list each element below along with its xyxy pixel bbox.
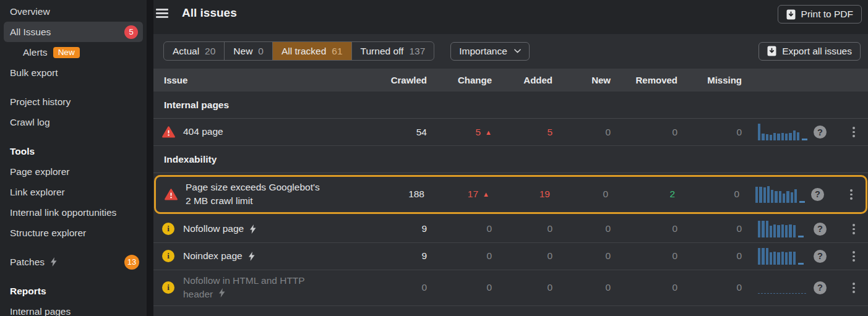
dropdown-label: Importance xyxy=(459,46,507,57)
tab-label: Turned off xyxy=(361,46,404,57)
row-menu-icon[interactable] xyxy=(846,124,861,140)
sidebar-item-label: Project history xyxy=(10,96,71,108)
new-value: 0 xyxy=(569,250,627,262)
main-area: All issues Print to PDF Actual 20 New 0 … xyxy=(153,0,868,316)
warning-icon xyxy=(162,126,175,138)
tab-count: 20 xyxy=(205,46,215,57)
sidebar-item-label: Bulk export xyxy=(10,67,58,79)
button-label: Export all issues xyxy=(782,46,852,57)
content-panel: Actual 20 New 0 All tracked 61 Turned of… xyxy=(153,34,868,316)
main-header: All issues Print to PDF xyxy=(153,0,868,34)
tab-count: 137 xyxy=(409,46,425,57)
tab-turned-off[interactable]: Turned off 137 xyxy=(351,42,434,60)
added-value: 0 xyxy=(508,250,569,262)
row-menu-icon[interactable] xyxy=(846,221,861,237)
issue-label: Noindex page xyxy=(183,249,243,263)
help-icon[interactable]: ? xyxy=(814,126,827,139)
tab-label: Actual xyxy=(173,46,199,57)
change-value: 5▲ xyxy=(443,127,508,138)
sidebar-item-label: All Issues xyxy=(10,27,51,38)
chevron-down-icon xyxy=(514,49,521,53)
issue-row-noindex-page[interactable]: i Noindex page 9 0 0 0 0 0 ? xyxy=(153,243,868,270)
sidebar-item-structure-explorer[interactable]: Structure explorer xyxy=(0,223,147,243)
tab-actual[interactable]: Actual 20 xyxy=(164,42,224,60)
new-tag: New xyxy=(53,47,80,58)
sidebar-item-bulk-export[interactable]: Bulk export xyxy=(0,62,147,83)
change-value: 17▲ xyxy=(440,189,505,200)
history-sparkline xyxy=(758,221,807,237)
arrow-up-icon: ▲ xyxy=(485,129,492,136)
new-value: 0 xyxy=(569,223,627,234)
download-document-icon xyxy=(767,46,776,56)
issue-row-nofollow-page[interactable]: i Nofollow page 9 0 0 0 0 0 ? xyxy=(153,216,868,243)
column-header-issue: Issue xyxy=(153,75,387,85)
sidebar-heading-label: Reports xyxy=(10,286,46,297)
info-icon: i xyxy=(162,250,174,262)
column-header-removed: Removed xyxy=(627,75,694,85)
sidebar-spacer xyxy=(0,243,147,252)
issue-row-page-size-exceeds[interactable]: Page size exceeds Googlebot's 2 MB crawl… xyxy=(154,175,867,214)
sidebar-item-label: Internal link opportunities xyxy=(10,207,116,218)
print-to-pdf-button[interactable]: Print to PDF xyxy=(778,5,862,23)
issues-filter-tabs: Actual 20 New 0 All tracked 61 Turned of… xyxy=(163,41,434,61)
missing-value: 0 xyxy=(694,250,758,262)
sidebar-heading-reports: Reports xyxy=(0,281,147,301)
new-value: 0 xyxy=(566,189,624,200)
lightning-icon xyxy=(249,224,256,234)
issue-row-nofollow-html-http-header[interactable]: i Nofollow in HTML and HTTP header 0 0 0… xyxy=(153,270,868,306)
column-header-crawled: Crawled xyxy=(387,75,443,85)
sidebar-item-internal-pages[interactable]: Internal pages xyxy=(0,301,147,316)
sidebar-item-page-explorer[interactable]: Page explorer xyxy=(0,161,147,182)
help-icon[interactable]: ? xyxy=(811,188,824,201)
sidebar-item-internal-link-opportunities[interactable]: Internal link opportunities xyxy=(0,202,147,223)
info-icon: i xyxy=(162,223,174,235)
export-all-issues-button[interactable]: Export all issues xyxy=(758,42,861,61)
sidebar-item-overview[interactable]: Overview xyxy=(0,1,147,22)
crawled-value: 54 xyxy=(387,127,443,138)
missing-value: 0 xyxy=(691,189,755,200)
tab-all-tracked[interactable]: All tracked 61 xyxy=(272,42,351,60)
sidebar-spacer xyxy=(0,272,147,281)
help-icon[interactable]: ? xyxy=(814,223,827,236)
row-menu-icon[interactable] xyxy=(844,187,859,202)
tab-count: 0 xyxy=(258,46,264,57)
issue-row-404-page[interactable]: 404 page 54 5▲ 5 0 0 0 ? xyxy=(153,119,868,146)
help-icon[interactable]: ? xyxy=(814,281,827,294)
tab-count: 61 xyxy=(332,46,342,57)
warning-icon xyxy=(165,189,178,200)
issue-label: 404 page xyxy=(183,125,223,139)
column-header-added: Added xyxy=(508,75,569,85)
crawled-value: 0 xyxy=(387,282,443,293)
added-value: 0 xyxy=(508,223,569,234)
row-menu-icon[interactable] xyxy=(846,249,861,264)
sidebar-item-alerts[interactable]: Alerts New xyxy=(0,42,147,62)
lightning-icon xyxy=(248,252,255,261)
sidebar-item-all-issues[interactable]: All Issues 5 xyxy=(4,22,143,42)
issues-table: Issue Crawled Change Added New Removed M… xyxy=(153,69,868,306)
added-value: 5 xyxy=(508,127,569,138)
table-header-row: Issue Crawled Change Added New Removed M… xyxy=(153,69,868,92)
crawled-value: 188 xyxy=(385,189,440,200)
issue-label: Nofollow in HTML and HTTP header xyxy=(183,274,324,302)
sidebar-item-link-explorer[interactable]: Link explorer xyxy=(0,182,147,202)
sidebar-item-crawl-log[interactable]: Crawl log xyxy=(0,112,147,132)
sidebar-item-patches[interactable]: Patches 13 xyxy=(0,252,147,272)
sidebar-spacer xyxy=(0,83,147,92)
row-menu-icon[interactable] xyxy=(846,280,861,296)
change-value: 0 xyxy=(443,223,508,234)
history-sparkline-empty xyxy=(758,282,806,294)
help-icon[interactable]: ? xyxy=(814,250,827,263)
importance-dropdown[interactable]: Importance xyxy=(450,42,530,61)
issue-label: Nofollow page xyxy=(183,222,244,236)
sidebar-item-project-history[interactable]: Project history xyxy=(0,92,147,112)
tab-new[interactable]: New 0 xyxy=(224,42,272,60)
menu-toggle-icon[interactable] xyxy=(156,5,168,22)
tab-label: All tracked xyxy=(281,46,326,57)
sidebar-heading-label: Tools xyxy=(10,146,35,157)
sidebar-heading-tools: Tools xyxy=(0,141,147,161)
history-sparkline xyxy=(758,124,807,140)
new-value: 0 xyxy=(569,127,627,138)
column-header-change: Change xyxy=(443,75,508,85)
change-value: 0 xyxy=(443,250,508,262)
info-icon: i xyxy=(162,281,174,294)
